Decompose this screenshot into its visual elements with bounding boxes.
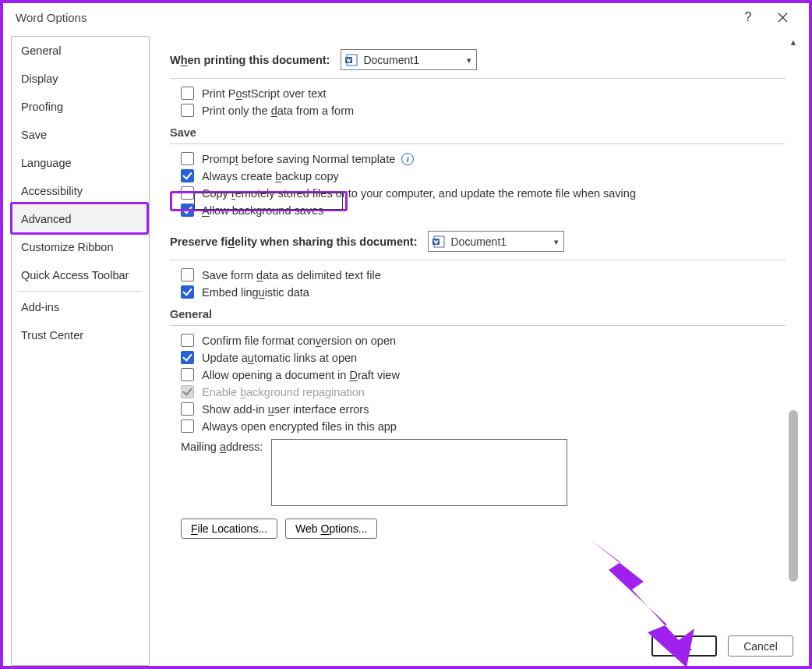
option-prompt-normal[interactable]: Prompt before saving Normal template i	[170, 152, 786, 165]
fidelity-document-select[interactable]: Document1 ▾	[428, 231, 564, 252]
category-sidebar: General Display Proofing Save Language A…	[11, 36, 150, 666]
checkbox[interactable]	[181, 285, 194, 299]
option-copy-remote[interactable]: Copy remotely stored files onto your com…	[170, 186, 786, 200]
sidebar-item-advanced[interactable]: Advanced	[12, 205, 149, 233]
close-icon	[778, 12, 788, 23]
checkbox[interactable]	[181, 419, 194, 433]
word-document-icon	[344, 53, 358, 67]
sidebar-item-proofing[interactable]: Proofing	[12, 93, 149, 121]
web-options-button[interactable]: Web Options...	[285, 519, 377, 539]
option-label: Always create backup copy	[202, 170, 339, 182]
printing-heading: When printing this document:	[170, 54, 330, 66]
sidebar-item-display[interactable]: Display	[12, 65, 149, 93]
checkbox[interactable]	[181, 402, 194, 416]
help-button[interactable]: ?	[731, 5, 765, 29]
option-background-saves[interactable]: Allow background saves	[170, 204, 786, 217]
option-label: Print only the data from a form	[202, 104, 354, 117]
sidebar-item-language[interactable]: Language	[12, 149, 149, 177]
option-print-data-form[interactable]: Print only the data from a form	[170, 104, 786, 117]
ok-button[interactable]: OK	[651, 635, 717, 657]
checkbox[interactable]	[181, 334, 194, 347]
file-locations-button[interactable]: File Locations...	[181, 519, 277, 539]
option-addin-errors[interactable]: Show add-in user interface errors	[170, 402, 786, 416]
option-label: Print PostScript over text	[202, 87, 327, 100]
checkbox[interactable]	[181, 204, 194, 217]
mailing-address-label: Mailing address:	[181, 439, 263, 453]
option-label: Allow background saves	[202, 204, 323, 217]
section-rule	[170, 143, 786, 144]
save-heading: Save	[170, 126, 786, 139]
option-label: Embed linguistic data	[202, 286, 309, 299]
option-embed-linguistic[interactable]: Embed linguistic data	[170, 285, 786, 299]
option-confirm-conversion[interactable]: Confirm file format conversion on open	[170, 334, 786, 347]
sidebar-item-trust-center[interactable]: Trust Center	[12, 321, 149, 349]
option-save-delimited[interactable]: Save form data as delimited text file	[170, 268, 786, 281]
option-label: Show add-in user interface errors	[202, 403, 369, 416]
checkbox[interactable]	[181, 104, 194, 117]
sidebar-item-general[interactable]: General	[12, 37, 149, 65]
checkbox[interactable]	[181, 169, 194, 182]
option-label: Copy remotely stored files onto your com…	[202, 187, 636, 200]
checkbox[interactable]	[181, 268, 194, 281]
scroll-up-icon[interactable]: ▲	[789, 37, 798, 47]
checkbox[interactable]	[181, 351, 194, 364]
dialog-title: Word Options	[16, 11, 731, 24]
checkbox[interactable]	[181, 152, 194, 165]
vertical-scrollbar[interactable]: ▲	[787, 36, 800, 628]
option-label: Always open encrypted files in this app	[202, 420, 397, 433]
checkbox[interactable]	[181, 87, 194, 100]
fidelity-heading: Preserve fidelity when sharing this docu…	[170, 235, 417, 248]
option-label: Enable background repagination	[202, 386, 365, 398]
option-label: Save form data as delimited text file	[202, 269, 381, 281]
section-rule	[170, 325, 786, 326]
section-rule	[170, 78, 786, 79]
sidebar-item-customize-ribbon[interactable]: Customize Ribbon	[12, 233, 149, 261]
option-label: Confirm file format conversion on open	[202, 334, 396, 347]
printing-document-value: Document1	[363, 54, 419, 66]
sidebar-item-quick-access[interactable]: Quick Access Toolbar	[12, 261, 149, 289]
close-button[interactable]	[765, 5, 800, 29]
cancel-button[interactable]: Cancel	[728, 635, 793, 657]
options-content: When printing this document: Document1 ▾	[170, 36, 786, 666]
word-document-icon	[432, 235, 446, 249]
fidelity-document-value: Document1	[450, 235, 507, 248]
option-label: Update automatic links at open	[202, 352, 357, 364]
checkbox	[181, 385, 194, 398]
general-heading: General	[170, 308, 786, 320]
option-open-encrypted[interactable]: Always open encrypted files in this app	[170, 419, 786, 433]
option-label: Allow opening a document in Draft view	[202, 369, 400, 381]
sidebar-item-accessibility[interactable]: Accessibility	[12, 177, 149, 205]
option-background-repagination: Enable background repagination	[170, 385, 786, 398]
option-label: Prompt before saving Normal template	[202, 153, 395, 165]
option-draft-view[interactable]: Allow opening a document in Draft view	[170, 368, 786, 381]
option-backup-copy[interactable]: Always create backup copy	[170, 169, 786, 182]
sidebar-item-addins[interactable]: Add-ins	[12, 293, 149, 321]
checkbox[interactable]	[181, 186, 194, 200]
info-icon[interactable]: i	[401, 153, 414, 165]
printing-document-select[interactable]: Document1 ▾	[341, 49, 477, 70]
mailing-address-input[interactable]	[271, 439, 567, 506]
chevron-down-icon: ▾	[467, 55, 471, 65]
sidebar-item-save[interactable]: Save	[12, 121, 149, 149]
chevron-down-icon: ▾	[554, 236, 559, 246]
checkbox[interactable]	[181, 368, 194, 381]
scroll-thumb[interactable]	[789, 410, 798, 582]
section-rule	[170, 260, 786, 260]
option-print-postscript[interactable]: Print PostScript over text	[170, 87, 786, 100]
sidebar-separator	[18, 291, 143, 292]
option-auto-links[interactable]: Update automatic links at open	[170, 351, 786, 364]
